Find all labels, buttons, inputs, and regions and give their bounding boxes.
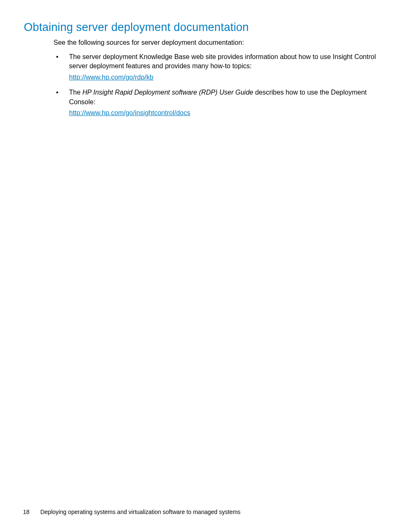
bullet-list: The server deployment Knowledge Base web… [54, 52, 376, 118]
documentation-link[interactable]: http://www.hp.com/go/insightcontrol/docs [69, 109, 190, 116]
documentation-link[interactable]: http://www.hp.com/go/rdp/kb [69, 74, 153, 81]
text-segment: The [69, 89, 82, 96]
intro-paragraph: See the following sources for server dep… [54, 39, 376, 46]
page-content: Obtaining server deployment documentatio… [0, 0, 399, 118]
footer-text: Deploying operating systems and virtuali… [40, 509, 240, 515]
bullet-text: The server deployment Knowledge Base web… [69, 52, 376, 71]
page-number: 18 [23, 509, 30, 515]
section-heading: Obtaining server deployment documentatio… [24, 21, 376, 34]
italic-text: HP Insight Rapid Deployment software (RD… [82, 89, 253, 96]
list-item: The HP Insight Rapid Deployment software… [54, 88, 376, 118]
text-segment: The server deployment Knowledge Base web… [69, 53, 376, 69]
page-footer: 18 Deploying operating systems and virtu… [23, 509, 240, 515]
bullet-text: The HP Insight Rapid Deployment software… [69, 88, 376, 107]
list-item: The server deployment Knowledge Base web… [54, 52, 376, 82]
